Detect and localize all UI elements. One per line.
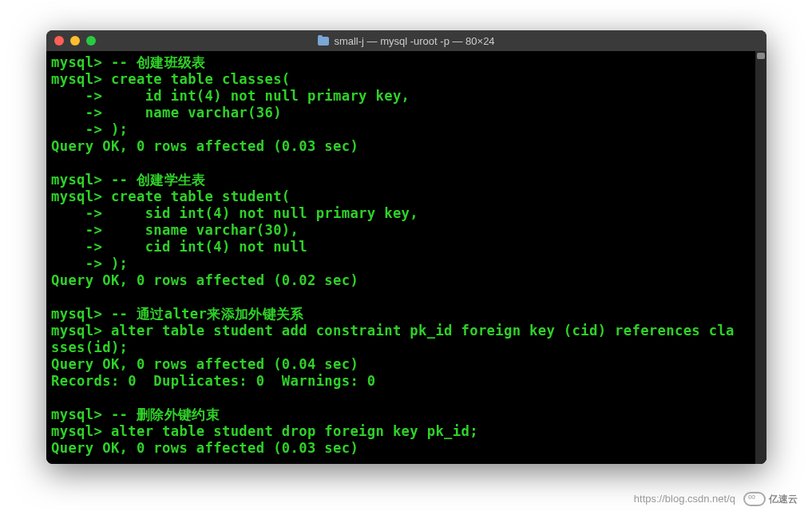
title-bar: small-j — mysql -uroot -p — 80×24 xyxy=(46,30,766,51)
watermark-logo: 亿速云 xyxy=(743,487,806,511)
terminal-body[interactable]: mysql> -- 创建班级表 mysql> create table clas… xyxy=(46,51,766,464)
watermark-url: https://blog.csdn.net/q xyxy=(634,493,735,505)
window-title: small-j — mysql -uroot -p — 80×24 xyxy=(46,35,766,47)
traffic-lights xyxy=(54,36,96,46)
close-button[interactable] xyxy=(54,36,64,46)
scrollbar-track[interactable] xyxy=(755,51,766,464)
folder-icon xyxy=(318,37,329,46)
minimize-button[interactable] xyxy=(70,36,80,46)
terminal-window: small-j — mysql -uroot -p — 80×24 mysql>… xyxy=(46,30,766,464)
cloud-icon xyxy=(743,492,766,506)
maximize-button[interactable] xyxy=(86,36,96,46)
watermark-brand: 亿速云 xyxy=(769,493,798,506)
terminal-output: mysql> -- 创建班级表 mysql> create table clas… xyxy=(51,54,762,457)
window-title-text: small-j — mysql -uroot -p — 80×24 xyxy=(334,35,494,47)
scrollbar-thumb[interactable] xyxy=(757,53,765,59)
